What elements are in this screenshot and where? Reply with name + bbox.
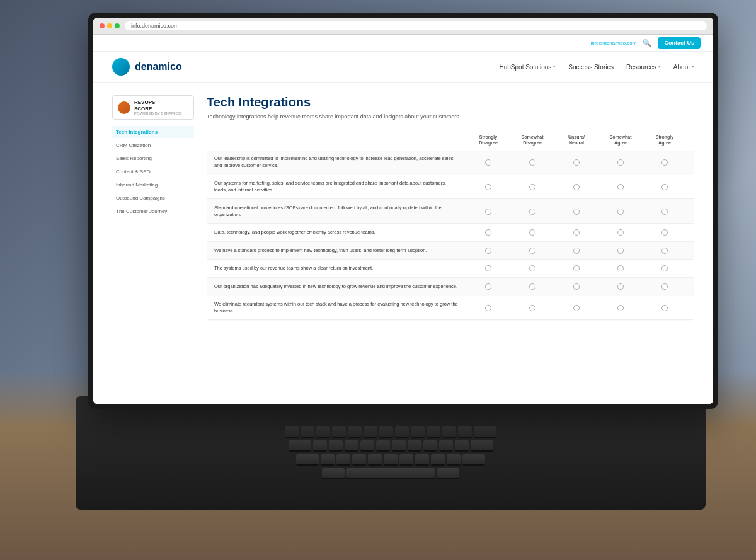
radio-button[interactable] [617, 305, 624, 311]
radio-4-1[interactable] [466, 229, 510, 236]
radio-1-1[interactable] [466, 159, 510, 166]
radio-button[interactable] [485, 184, 491, 190]
radio-4-3[interactable] [554, 229, 598, 236]
radio-button[interactable] [662, 248, 668, 254]
nav-hubspot-solutions[interactable]: HubSpot Solutions ▾ [500, 64, 556, 71]
radio-5-5[interactable] [643, 248, 687, 254]
radio-button[interactable] [485, 209, 491, 215]
radio-7-5[interactable] [643, 283, 687, 290]
radio-button[interactable] [573, 305, 580, 311]
radio-button[interactable] [529, 265, 536, 271]
radio-5-1[interactable] [466, 248, 510, 254]
radio-2-4[interactable] [598, 184, 643, 190]
sidebar-item-outbound[interactable]: Outbound Campaigns [112, 192, 194, 204]
radio-3-3[interactable] [554, 209, 598, 215]
radio-7-1[interactable] [466, 283, 510, 290]
radio-button[interactable] [662, 283, 668, 290]
radio-5-2[interactable] [510, 248, 554, 254]
radio-button[interactable] [617, 209, 624, 215]
radio-button[interactable] [529, 159, 536, 166]
radio-button[interactable] [573, 184, 580, 190]
radio-button[interactable] [529, 209, 536, 215]
radio-2-1[interactable] [466, 184, 510, 190]
sidebar-item-sales-reporting[interactable]: Sales Reporting [112, 152, 194, 164]
sidebar-item-crm[interactable]: CRM Utilization [112, 139, 194, 151]
radio-5-3[interactable] [554, 248, 598, 254]
radio-button[interactable] [573, 265, 580, 271]
radio-2-5[interactable] [643, 184, 687, 190]
nav-success-stories[interactable]: Success Stories [568, 64, 614, 71]
radio-3-1[interactable] [466, 209, 510, 215]
radio-8-2[interactable] [510, 305, 554, 311]
radio-button[interactable] [662, 184, 668, 190]
radio-button[interactable] [573, 209, 580, 215]
radio-8-5[interactable] [643, 305, 687, 311]
radio-1-2[interactable] [510, 159, 554, 166]
nav-resources[interactable]: Resources ▾ [626, 64, 661, 71]
radio-6-2[interactable] [510, 265, 554, 271]
radio-6-1[interactable] [466, 265, 510, 271]
radio-7-2[interactable] [510, 283, 554, 290]
radio-button[interactable] [485, 265, 491, 271]
radio-3-2[interactable] [510, 209, 554, 215]
sidebar-item-customer-journey[interactable]: The Customer Journey [112, 205, 194, 217]
radio-8-4[interactable] [598, 305, 643, 311]
radio-button[interactable] [573, 159, 580, 166]
nav-about[interactable]: About ▾ [673, 64, 694, 71]
survey-col-somewhat-agree: Somewhat Agree [598, 134, 643, 146]
radio-button[interactable] [485, 305, 491, 311]
radio-7-3[interactable] [554, 283, 598, 290]
radio-button[interactable] [529, 248, 536, 254]
minimize-button-dot[interactable] [107, 23, 112, 28]
radio-button[interactable] [617, 248, 624, 254]
radio-4-5[interactable] [643, 229, 687, 236]
radio-button[interactable] [485, 159, 491, 166]
radio-2-2[interactable] [510, 184, 554, 190]
radio-button[interactable] [529, 229, 536, 236]
sidebar-item-inbound[interactable]: Inbound Marketing [112, 179, 194, 191]
radio-6-5[interactable] [643, 265, 687, 271]
radio-1-3[interactable] [554, 159, 598, 166]
radio-button[interactable] [573, 283, 580, 290]
spacebar-key [346, 468, 435, 479]
radio-6-4[interactable] [598, 265, 643, 271]
radio-button[interactable] [529, 184, 536, 190]
radio-2-3[interactable] [554, 184, 598, 190]
contact-us-button[interactable]: Contact Us [658, 37, 701, 49]
sidebar-item-tech-integrations[interactable]: Tech Integrations [112, 126, 194, 138]
radio-7-4[interactable] [598, 283, 643, 290]
radio-button[interactable] [617, 159, 624, 166]
radio-button[interactable] [573, 229, 580, 236]
maximize-button-dot[interactable] [115, 23, 120, 28]
radio-button[interactable] [573, 248, 580, 254]
radio-button[interactable] [662, 209, 668, 215]
radio-button[interactable] [485, 283, 491, 290]
radio-button[interactable] [617, 283, 624, 290]
radio-4-4[interactable] [598, 229, 643, 236]
radio-button[interactable] [617, 265, 624, 271]
radio-button[interactable] [662, 265, 668, 271]
email-link[interactable]: info@denamico.com [590, 40, 636, 46]
radio-button[interactable] [485, 229, 491, 236]
radio-5-4[interactable] [598, 248, 643, 254]
close-button-dot[interactable] [100, 23, 105, 28]
radio-6-3[interactable] [554, 265, 598, 271]
radio-button[interactable] [617, 184, 624, 190]
radio-button[interactable] [529, 305, 536, 311]
radio-1-5[interactable] [643, 159, 687, 166]
radio-button[interactable] [662, 305, 668, 311]
radio-3-4[interactable] [598, 209, 643, 215]
radio-8-1[interactable] [466, 305, 510, 311]
radio-8-3[interactable] [554, 305, 598, 311]
radio-button[interactable] [662, 159, 668, 166]
url-bar[interactable]: info.denamico.com [125, 21, 707, 30]
radio-4-2[interactable] [510, 229, 554, 236]
sidebar-item-content-seo[interactable]: Content & SEO [112, 166, 194, 178]
radio-button[interactable] [485, 248, 491, 254]
search-icon[interactable]: 🔍 [643, 39, 651, 47]
radio-button[interactable] [662, 229, 668, 236]
radio-3-5[interactable] [643, 209, 687, 215]
radio-button[interactable] [529, 283, 536, 290]
radio-button[interactable] [617, 229, 624, 236]
radio-1-4[interactable] [598, 159, 643, 166]
